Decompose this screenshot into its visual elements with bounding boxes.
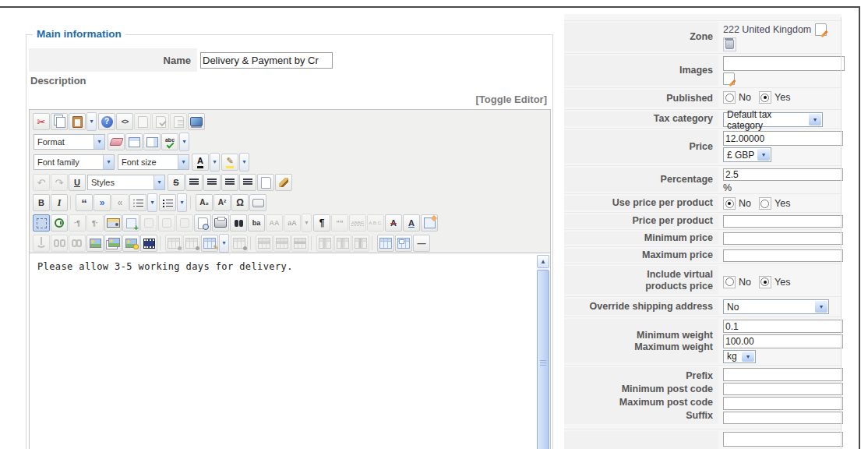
suffix-input[interactable] <box>723 412 843 425</box>
blockquote-button[interactable]: “ <box>76 194 93 211</box>
use-ppp-no-radio[interactable] <box>723 197 736 210</box>
show-blocks-icon: ¶ <box>319 218 325 228</box>
override-shipping-select[interactable]: No ▾ <box>723 299 829 314</box>
styles-select-value: Styles <box>88 178 153 187</box>
cut-button[interactable]: ✂ <box>33 113 50 130</box>
source-code-button[interactable]: <> <box>116 113 133 130</box>
cleanup-button[interactable] <box>275 174 292 191</box>
published-no-radio[interactable] <box>723 91 736 104</box>
italic-button[interactable]: I <box>51 194 68 211</box>
fullscreen-button[interactable] <box>188 113 205 130</box>
include-virtual-no-radio[interactable] <box>723 276 736 288</box>
price-per-product-input[interactable] <box>723 215 843 228</box>
link-icon <box>72 239 77 247</box>
maximum-price-input[interactable] <box>723 249 843 262</box>
format-select[interactable]: Format▾ <box>34 134 105 150</box>
insert-layer-button[interactable] <box>122 214 139 232</box>
maximum-weight-input[interactable] <box>723 334 843 348</box>
attributes-button[interactable] <box>104 214 122 232</box>
minimum-post-code-input[interactable] <box>723 383 843 396</box>
insert-datetime-button[interactable] <box>51 214 68 232</box>
justify-full-button[interactable] <box>185 174 203 191</box>
preview-page-button[interactable] <box>194 214 211 232</box>
currency-select[interactable]: £ GBP ▾ <box>723 147 771 162</box>
prefix-input[interactable] <box>723 368 843 381</box>
styles-select[interactable]: Styles▾ <box>87 175 165 190</box>
citation-form-icon <box>424 217 436 228</box>
spellcheck-dropdown-arrow[interactable]: ▾ <box>179 133 189 151</box>
bullet-list-button[interactable] <box>159 194 176 211</box>
insert-table-button[interactable] <box>377 235 394 252</box>
print-button[interactable] <box>212 214 229 232</box>
highlight-color-dropdown-arrow[interactable]: ▾ <box>239 153 249 171</box>
paste-dropdown-arrow[interactable]: ▾ <box>86 112 97 131</box>
text-color-button[interactable]: A <box>192 154 209 171</box>
image-link-button[interactable] <box>104 235 122 252</box>
bullet-list-dropdown-arrow[interactable]: ▾ <box>177 193 187 212</box>
justify-left-button[interactable] <box>221 174 238 191</box>
panel-side-button[interactable] <box>143 133 161 150</box>
highlight-color-button[interactable]: ✎ <box>221 154 238 171</box>
editor-text-area[interactable]: Please allow 3-5 working days for delive… <box>30 253 550 449</box>
show-blocks-button[interactable]: ¶ <box>313 214 330 232</box>
paste-button[interactable] <box>69 113 86 130</box>
doc-properties-button <box>170 113 187 130</box>
justify-center-button[interactable] <box>203 174 221 191</box>
superscript-button[interactable]: A² <box>213 194 231 211</box>
deleted-text-button[interactable]: A <box>385 214 402 232</box>
preview-page-icon <box>198 217 208 229</box>
special-character-button[interactable]: Ω <box>231 194 249 211</box>
editor-content[interactable]: Please allow 3-5 working days for delive… <box>37 261 533 272</box>
text-color-dropdown-arrow[interactable]: ▾ <box>210 153 220 171</box>
underline-button[interactable]: U <box>69 174 86 191</box>
font-family-select[interactable]: Font family▾ <box>34 154 115 170</box>
maximum-post-code-input[interactable] <box>723 397 843 410</box>
panel-top-button[interactable] <box>125 133 143 150</box>
help-button[interactable]: ? <box>98 113 115 130</box>
ordered-list-dropdown-arrow[interactable]: ▾ <box>147 193 157 212</box>
scrollbar-up-arrow-icon[interactable]: ▲ <box>537 255 549 268</box>
spellcheck-button[interactable]: abc <box>161 133 178 150</box>
images-input[interactable] <box>723 56 845 71</box>
zone-remove-button[interactable] <box>723 37 736 51</box>
table-edit-dropdown-arrow[interactable]: ▾ <box>219 234 229 253</box>
scrollbar-thumb[interactable] <box>537 270 549 449</box>
insert-media-button[interactable] <box>140 235 157 252</box>
weight-unit-select[interactable]: kg ▾ <box>723 350 756 363</box>
justify-right-button[interactable] <box>239 174 256 191</box>
bold-button[interactable]: B <box>33 194 50 211</box>
copy-button[interactable] <box>51 113 68 130</box>
cell-properties-button[interactable] <box>395 235 412 252</box>
indent-button[interactable]: » <box>94 194 111 211</box>
toggle-editor-link[interactable]: [Toggle Editor] <box>476 94 547 105</box>
non-breaking-space-button[interactable] <box>249 194 266 211</box>
remove-format-button[interactable] <box>108 133 125 150</box>
insert-image-button[interactable] <box>86 235 104 252</box>
horizontal-rule-button[interactable]: — <box>413 235 430 252</box>
image-star-button[interactable] <box>122 235 139 252</box>
use-ppp-yes-radio[interactable] <box>759 197 771 210</box>
price-input[interactable] <box>723 131 843 146</box>
minimum-price-input[interactable] <box>723 232 843 245</box>
tax-category-select[interactable]: Default tax category ▾ <box>723 112 823 127</box>
published-yes-radio[interactable] <box>759 91 771 104</box>
ordered-list-button[interactable] <box>129 194 146 211</box>
subscript-button[interactable]: A₂ <box>196 194 213 211</box>
template-button[interactable] <box>257 174 274 191</box>
find-replace-button[interactable]: ba <box>248 214 265 232</box>
include-virtual-yes-radio[interactable] <box>759 276 771 288</box>
minimum-weight-input[interactable] <box>723 320 843 333</box>
citation-form-button[interactable] <box>421 214 438 232</box>
zone-edit-icon[interactable] <box>815 23 827 36</box>
edit-html-button <box>134 113 151 130</box>
minimum-volume-input[interactable] <box>723 432 843 447</box>
font-size-select[interactable]: Font size▾ <box>118 154 189 170</box>
find-button[interactable] <box>230 214 247 232</box>
inserted-text-button[interactable]: A <box>403 214 420 232</box>
visual-aid-button[interactable] <box>33 214 50 232</box>
percentage-input[interactable] <box>723 168 843 181</box>
strikethrough-button[interactable]: S <box>168 174 185 191</box>
name-input[interactable] <box>200 52 333 69</box>
table-edit-button[interactable] <box>201 235 218 252</box>
images-edit-icon[interactable] <box>723 72 735 85</box>
